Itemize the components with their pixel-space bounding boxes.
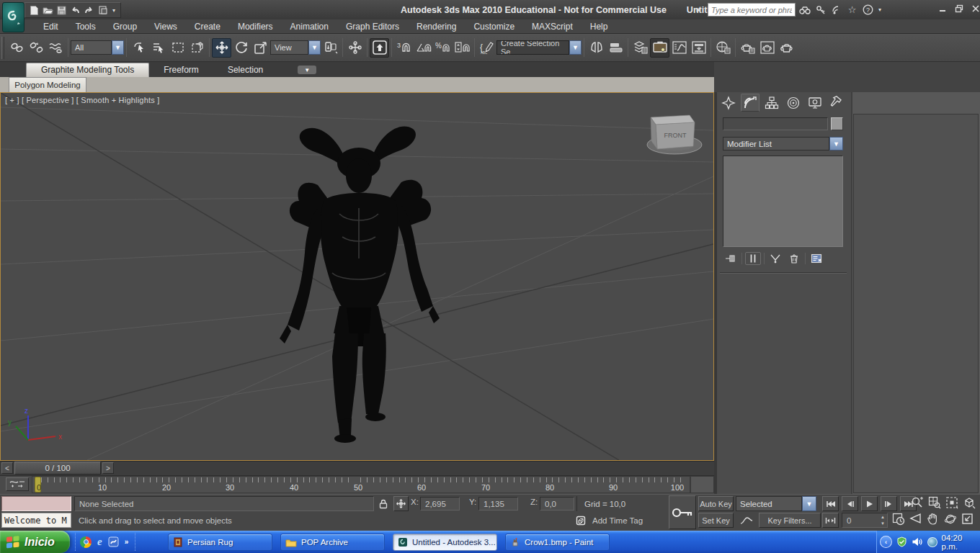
menu-tools[interactable]: Tools — [67, 19, 104, 34]
quick-launch-chrome-icon[interactable] — [80, 536, 92, 548]
select-and-move-icon[interactable] — [212, 38, 231, 58]
select-by-name-icon[interactable] — [148, 38, 168, 58]
make-unique-icon[interactable] — [767, 252, 783, 265]
select-object-icon[interactable] — [129, 38, 148, 58]
go-to-start-icon[interactable] — [822, 496, 839, 511]
snaps-toggle-icon[interactable]: 3 — [394, 38, 414, 58]
x-coordinate-field[interactable]: 2,695 — [420, 497, 460, 511]
redo-icon[interactable] — [83, 4, 95, 17]
menu-graph-editors[interactable]: Graph Editors — [337, 19, 408, 34]
tray-volume-icon[interactable] — [912, 536, 923, 547]
set-key-button[interactable]: Set Key — [698, 513, 734, 528]
zoom-extents-icon[interactable] — [945, 496, 961, 511]
start-button[interactable]: Inicio — [0, 531, 70, 553]
orbit-icon[interactable] — [944, 513, 960, 528]
previous-frame-arrow[interactable]: < — [1, 462, 13, 474]
toolbar-drag-handle[interactable] — [1, 37, 4, 59]
tab-selection[interactable]: Selection — [213, 63, 277, 77]
menu-group[interactable]: Group — [104, 19, 146, 34]
application-menu-button[interactable] — [2, 2, 24, 32]
pin-stack-icon[interactable] — [723, 252, 739, 265]
edit-named-selection-sets-icon[interactable]: {ABC — [477, 38, 496, 58]
track-bar-ruler[interactable]: 0 10 20 30 40 50 60 70 80 90 100 — [32, 476, 690, 493]
project-folder-icon[interactable] — [97, 4, 109, 17]
material-editor-icon[interactable] — [713, 38, 733, 58]
maxscript-mini-recorder[interactable] — [1, 496, 71, 511]
frame-spinner[interactable]: ▲▼ — [878, 513, 887, 527]
time-slider-button[interactable]: 0 / 100 — [14, 462, 101, 475]
subscription-key-icon[interactable] — [814, 3, 827, 17]
menu-create[interactable]: Create — [186, 19, 229, 34]
select-and-link-icon[interactable] — [7, 38, 27, 58]
isolation-mode-icon[interactable] — [573, 513, 589, 528]
favorites-star-icon[interactable]: ☆ — [845, 3, 859, 17]
zoom-all-icon[interactable] — [928, 496, 944, 511]
angle-snap-toggle-icon[interactable] — [414, 38, 433, 58]
render-setup-icon[interactable] — [738, 38, 757, 58]
tab-motion-icon[interactable] — [784, 94, 803, 112]
zoom-icon[interactable] — [911, 496, 927, 511]
default-tangent-icon[interactable] — [737, 513, 756, 528]
reference-coordinate-system-dropdown[interactable]: View ▼ — [270, 40, 321, 55]
zoom-extents-all-icon[interactable] — [963, 496, 979, 511]
perspective-viewport[interactable]: FRONT z x y [ + ] [ Perspective ] [ Smoo… — [0, 92, 714, 461]
maximize-viewport-toggle-icon[interactable] — [961, 513, 977, 528]
infocenter-expand-icon[interactable]: ▶ — [692, 3, 705, 17]
use-pivot-point-center-icon[interactable] — [321, 38, 340, 58]
tab-freeform[interactable]: Freeform — [149, 63, 213, 77]
rectangular-selection-region-icon[interactable] — [168, 38, 187, 58]
restore-icon[interactable] — [953, 3, 965, 14]
select-and-scale-icon[interactable] — [251, 38, 270, 58]
curve-editor-icon[interactable] — [669, 38, 689, 58]
keyboard-shortcut-override-icon[interactable] — [370, 38, 389, 58]
menu-maxscript[interactable]: MAXScript — [523, 19, 582, 34]
menu-help[interactable]: Help — [582, 19, 617, 34]
bind-to-space-warp-icon[interactable] — [46, 38, 66, 58]
toolbar-options-chevron-icon[interactable]: ▾ — [110, 4, 117, 17]
menu-modifiers[interactable]: Modifiers — [229, 19, 282, 34]
key-filters-button[interactable]: Key Filters... — [759, 513, 821, 528]
tab-utilities-icon[interactable] — [827, 94, 846, 112]
quick-launch-ie-icon[interactable]: e — [97, 536, 102, 548]
tab-modify-icon[interactable] — [741, 94, 760, 112]
select-and-manipulate-icon[interactable] — [345, 38, 365, 58]
configure-modifier-sets-icon[interactable] — [808, 252, 824, 265]
play-icon[interactable] — [861, 496, 878, 511]
quick-launch-overflow-chevron-icon[interactable]: » — [125, 538, 129, 546]
next-frame-icon[interactable] — [881, 496, 897, 511]
pan-hand-icon[interactable] — [927, 513, 943, 528]
help-chevron-icon[interactable]: ▾ — [877, 3, 883, 17]
unlink-selection-icon[interactable] — [27, 38, 46, 58]
window-crossing-toggle-icon[interactable] — [187, 38, 207, 58]
modifier-list-dropdown[interactable]: Modifier List ▼ — [723, 137, 843, 150]
taskbar-item-paint[interactable]: Crow1.bmp - Paint — [505, 534, 610, 551]
align-icon[interactable] — [606, 38, 625, 58]
tray-app-icon[interactable] — [927, 537, 937, 547]
viewport-label[interactable]: [ + ] [ Perspective ] [ Smooth + Highlig… — [5, 96, 159, 104]
taskbar-item-persian-rug[interactable]: Persian Rug — [168, 534, 272, 551]
tab-display-icon[interactable] — [806, 94, 824, 112]
add-time-tag[interactable]: Add Time Tag — [592, 513, 672, 528]
tab-create-icon[interactable] — [719, 94, 738, 112]
object-name-field[interactable] — [723, 117, 828, 130]
menu-animation[interactable]: Animation — [282, 19, 337, 34]
ribbon-minimize-icon[interactable]: ▼ — [298, 66, 316, 74]
schematic-view-icon[interactable] — [689, 38, 708, 58]
key-mode-toggle-icon[interactable] — [822, 513, 839, 528]
spinner-snap-toggle-icon[interactable] — [453, 38, 472, 58]
selection-filter-dropdown[interactable]: All ▼ — [71, 40, 124, 55]
save-file-icon[interactable] — [55, 4, 68, 17]
minimize-icon[interactable] — [937, 3, 948, 14]
undo-icon[interactable] — [69, 4, 81, 17]
show-end-result-icon[interactable] — [745, 252, 761, 265]
object-color-swatch[interactable] — [831, 117, 843, 130]
absolute-mode-transform-icon[interactable] — [393, 496, 409, 511]
communication-center-icon[interactable] — [829, 3, 843, 17]
panel-polygon-modeling[interactable]: Polygon Modeling — [9, 77, 86, 92]
y-coordinate-field[interactable]: 1,135 — [478, 497, 518, 511]
tab-hierarchy-icon[interactable] — [762, 94, 781, 112]
menu-views[interactable]: Views — [146, 19, 186, 34]
select-and-rotate-icon[interactable] — [231, 38, 251, 58]
tray-status-icon[interactable] — [896, 536, 907, 547]
layer-manager-icon[interactable] — [631, 38, 650, 58]
